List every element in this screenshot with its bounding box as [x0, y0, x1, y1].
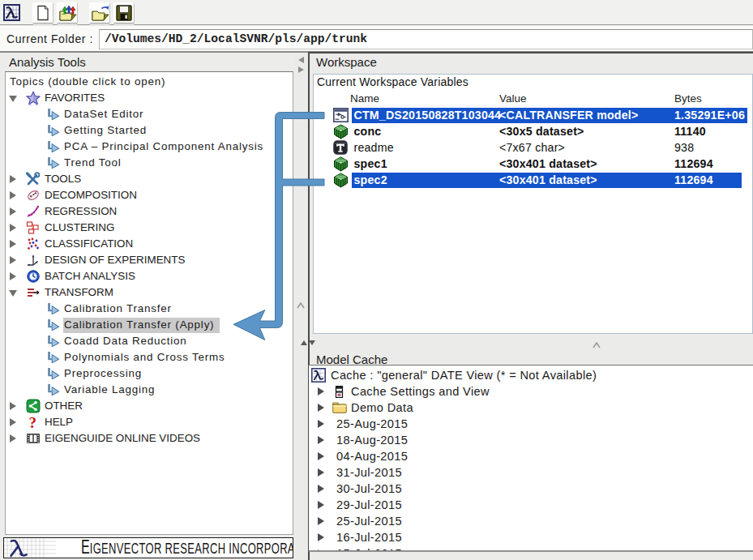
svg-text:?: ?	[28, 415, 36, 430]
